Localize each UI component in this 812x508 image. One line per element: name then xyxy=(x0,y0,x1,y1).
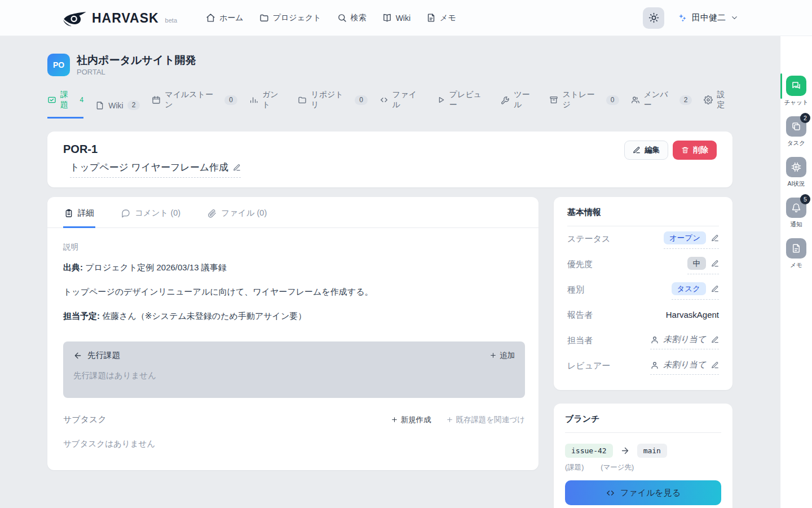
info-label: 種別 xyxy=(567,284,584,295)
tab-label: ファイル xyxy=(392,90,425,110)
unassigned-text: 未割り当て xyxy=(663,334,706,345)
rail-item-label: 通知 xyxy=(791,221,802,229)
tab-files[interactable]: ファイル xyxy=(379,90,425,119)
detail-tabs: 詳細 コメント (0) ファイル (0) xyxy=(47,197,539,228)
cpu-icon xyxy=(791,162,801,172)
user-menu[interactable]: 田中健二 xyxy=(677,12,739,23)
issue-key: POR-1 xyxy=(63,143,241,156)
subtask-link-button[interactable]: 既存課題を関連づけ xyxy=(446,415,525,425)
rail-item-label: チャット xyxy=(784,99,809,107)
pencil-icon[interactable] xyxy=(711,361,719,369)
search-icon xyxy=(337,13,347,23)
info-label: レビュアー xyxy=(567,361,610,371)
pencil-icon[interactable] xyxy=(711,234,719,242)
info-row-assignee: 担当者未割り当て xyxy=(567,328,719,353)
tab-settings[interactable]: 設定 xyxy=(704,90,732,119)
project-title: 社内ポータルサイト開発 xyxy=(77,54,196,67)
tab-preview[interactable]: プレビュー xyxy=(436,90,489,119)
unassigned-text: 未割り当て xyxy=(663,360,706,370)
branch-title: ブランチ xyxy=(565,414,721,424)
basic-info-title: 基本情報 xyxy=(567,207,719,218)
nav-item-search[interactable]: 検索 xyxy=(332,9,372,27)
nav-item-projects[interactable]: プロジェクト xyxy=(254,9,326,27)
rail-badge: 2 xyxy=(800,113,810,123)
tab-tools[interactable]: ツール xyxy=(501,90,537,119)
comment-icon xyxy=(121,209,130,218)
view-files-button[interactable]: ファイルを見る xyxy=(565,480,721,505)
main-content: PO 社内ポータルサイト開発 PORTAL 課題4Wiki2マイルストーン0ガン… xyxy=(0,36,780,508)
tab-comments[interactable]: コメント (0) xyxy=(120,197,182,228)
nav-item-label: ホーム xyxy=(219,13,244,23)
sparkles-icon xyxy=(677,12,687,23)
tab-repository[interactable]: リポジトリ0 xyxy=(298,90,367,119)
tasks-icon xyxy=(791,121,801,132)
info-row-priority: 優先度中 xyxy=(567,252,719,277)
right-rail: チャット2タスクAI状況5通知メモ xyxy=(780,36,812,508)
folder-icon xyxy=(298,95,307,104)
nav-item-wiki[interactable]: Wiki xyxy=(377,9,416,27)
tab-label: ツール xyxy=(514,90,537,110)
project-key: PORTAL xyxy=(77,68,196,76)
nav-item-home[interactable]: ホーム xyxy=(201,9,249,27)
pencil-icon[interactable] xyxy=(711,260,719,268)
predecessor-title: 先行課題 xyxy=(73,350,120,361)
tab-gantt[interactable]: ガント xyxy=(249,90,286,119)
home-icon xyxy=(206,13,215,23)
tab-milestones[interactable]: マイルストーン0 xyxy=(152,90,237,119)
pencil-icon[interactable] xyxy=(711,285,719,293)
trash-icon xyxy=(681,146,689,154)
harvask-logo-icon xyxy=(63,10,87,27)
note-icon xyxy=(426,13,436,23)
edit-button[interactable]: 編集 xyxy=(624,141,668,160)
theme-toggle-button[interactable] xyxy=(643,7,664,29)
tab-label: リポジトリ xyxy=(311,90,351,110)
delete-button[interactable]: 削除 xyxy=(673,141,717,160)
chart-icon xyxy=(249,95,258,104)
issue-title-editable[interactable]: トップページ ワイヤーフレーム作成 xyxy=(70,161,241,178)
info-value: HarvaskAgent xyxy=(666,308,719,323)
nav-item-memo[interactable]: メモ xyxy=(421,9,461,27)
top-navbar: HARVASK beta ホームプロジェクト検索Wikiメモ 田中健二 xyxy=(0,0,812,36)
tab-files[interactable]: ファイル (0) xyxy=(206,197,268,228)
basic-info-card: 基本情報 ステータスオープン優先度中種別タスク報告者HarvaskAgent担当… xyxy=(554,197,732,390)
predecessor-section: 先行課題 追加 先行課題はありません xyxy=(63,341,525,398)
bell-icon xyxy=(791,203,801,213)
rail-item-memo[interactable]: メモ xyxy=(780,238,812,269)
tab-members[interactable]: メンバー2 xyxy=(631,90,692,119)
info-label: 優先度 xyxy=(567,259,593,270)
tab-wiki[interactable]: Wiki2 xyxy=(95,100,140,119)
rail-item-notifications[interactable]: 5通知 xyxy=(780,198,812,229)
rail-item-chat[interactable]: チャット xyxy=(780,76,812,107)
nav-item-label: Wiki xyxy=(396,14,411,23)
info-value: 未割り当て xyxy=(650,332,719,349)
subtask-create-button[interactable]: 新規作成 xyxy=(391,415,431,425)
tab-label: メンバー xyxy=(644,90,676,110)
tab-storage[interactable]: ストレージ0 xyxy=(549,90,619,119)
rail-item-ai-status[interactable]: AI状況 xyxy=(780,157,812,188)
tab-label: ガント xyxy=(262,90,286,110)
tab-issues[interactable]: 課題4 xyxy=(47,90,83,119)
branch-card: ブランチ issue-42 main (課題) (マージ先) ファイルを見る xyxy=(554,404,732,508)
pencil-icon[interactable] xyxy=(233,164,241,172)
priority-badge: 中 xyxy=(687,257,707,270)
info-label: ステータス xyxy=(567,234,610,244)
tab-label: 課題 xyxy=(60,90,76,110)
tab-label: 設定 xyxy=(717,90,732,110)
tab-detail[interactable]: 詳細 xyxy=(63,197,95,228)
wrench-icon xyxy=(501,95,510,104)
issue-title: トップページ ワイヤーフレーム作成 xyxy=(70,161,228,174)
tab-count-badge: 0 xyxy=(355,95,368,105)
predecessor-add-button[interactable]: 追加 xyxy=(489,351,515,361)
rail-collapse-button[interactable] xyxy=(780,47,792,59)
brand[interactable]: HARVASK beta xyxy=(63,9,177,27)
user-name: 田中健二 xyxy=(692,12,726,23)
nav-item-label: プロジェクト xyxy=(273,13,321,23)
rail-item-tasks[interactable]: 2タスク xyxy=(780,116,812,147)
rail-item-label: AI状況 xyxy=(788,180,805,188)
clipboard-icon xyxy=(64,209,73,218)
arrow-left-icon xyxy=(73,351,82,360)
info-row-type: 種別タスク xyxy=(567,277,719,303)
branch-source-label: (課題) xyxy=(565,463,584,472)
paperclip-icon xyxy=(208,209,217,218)
pencil-icon[interactable] xyxy=(711,336,719,344)
